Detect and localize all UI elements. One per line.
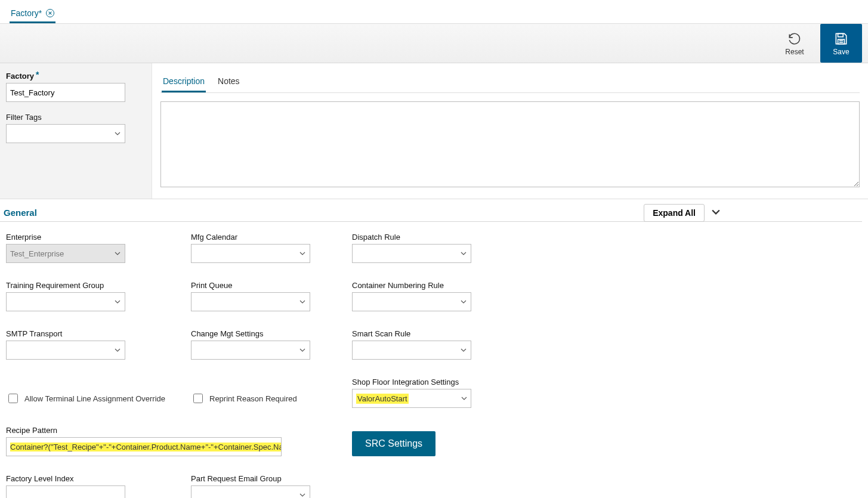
- enterprise-label: Enterprise: [6, 233, 191, 242]
- reprint-reason-label[interactable]: Reprint Reason Required: [209, 394, 297, 403]
- tab-description[interactable]: Description: [162, 72, 206, 92]
- top-section: Factory * Filter Tags Description Notes: [0, 63, 868, 199]
- undo-icon: [787, 31, 802, 47]
- tab-factory[interactable]: Factory*: [10, 2, 55, 23]
- general-grid: Enterprise Mfg Calendar Dispatch Rule Tr…: [0, 222, 868, 498]
- part-request-email-group-label: Part Request Email Group: [191, 474, 352, 483]
- recipe-pattern-value: Container?("Test_Recipe"+"-"+Container.P…: [10, 443, 282, 451]
- dispatch-rule-select[interactable]: [352, 244, 471, 263]
- reset-button[interactable]: Reset: [774, 24, 816, 63]
- left-pane: Factory * Filter Tags: [0, 63, 152, 199]
- container-numbering-rule-select[interactable]: [352, 292, 471, 311]
- shop-floor-integration-select[interactable]: ValorAutoStart: [352, 389, 471, 408]
- save-label: Save: [833, 48, 849, 56]
- document-tabbar: Factory*: [0, 0, 868, 24]
- factory-input[interactable]: [6, 83, 125, 102]
- mfg-calendar-select[interactable]: [191, 244, 310, 263]
- dispatch-rule-label: Dispatch Rule: [352, 233, 525, 242]
- filter-tags-select[interactable]: [6, 124, 125, 143]
- factory-level-index-label: Factory Level Index: [6, 474, 191, 483]
- smtp-transport-label: SMTP Transport: [6, 329, 191, 338]
- required-star-icon: *: [36, 70, 39, 79]
- change-mgt-settings-label: Change Mgt Settings: [191, 329, 352, 338]
- shop-floor-integration-label: Shop Floor Integration Settings: [352, 378, 525, 386]
- enterprise-select[interactable]: [6, 244, 125, 263]
- shop-floor-integration-value: ValorAutoStart: [356, 394, 409, 404]
- allow-terminal-checkbox[interactable]: [8, 394, 18, 403]
- smart-scan-rule-label: Smart Scan Rule: [352, 329, 525, 338]
- mfg-calendar-label: Mfg Calendar: [191, 233, 352, 242]
- section-title: General: [4, 208, 37, 218]
- close-icon[interactable]: [46, 9, 54, 17]
- smtp-transport-select[interactable]: [6, 341, 125, 360]
- tab-label: Factory*: [11, 8, 42, 18]
- save-button[interactable]: Save: [820, 24, 862, 63]
- toolbar: Reset Save: [0, 24, 868, 63]
- print-queue-label: Print Queue: [191, 281, 352, 290]
- svg-rect-2: [838, 33, 844, 36]
- inner-tabs: Description Notes: [160, 69, 860, 93]
- chevron-down-icon: [461, 395, 467, 401]
- training-req-group-select[interactable]: [6, 292, 125, 311]
- src-settings-button[interactable]: SRC Settings: [352, 431, 435, 456]
- allow-terminal-label[interactable]: Allow Terminal Line Assignment Override: [24, 394, 165, 403]
- part-request-email-group-select[interactable]: [191, 485, 310, 498]
- print-queue-select[interactable]: [191, 292, 310, 311]
- description-textarea[interactable]: [160, 101, 860, 187]
- filter-tags-label: Filter Tags: [6, 113, 146, 122]
- save-icon: [833, 31, 849, 47]
- reset-label: Reset: [785, 48, 804, 56]
- recipe-pattern-input[interactable]: Container?("Test_Recipe"+"-"+Container.P…: [6, 437, 282, 456]
- change-mgt-settings-select[interactable]: [191, 341, 310, 360]
- tab-notes[interactable]: Notes: [217, 72, 241, 92]
- recipe-pattern-label: Recipe Pattern: [6, 426, 352, 435]
- chevron-down-icon[interactable]: [709, 206, 722, 221]
- training-req-group-label: Training Requirement Group: [6, 281, 191, 290]
- container-numbering-rule-label: Container Numbering Rule: [352, 281, 525, 290]
- svg-rect-3: [838, 39, 845, 44]
- section-header-general: General Expand All: [0, 199, 862, 222]
- expand-all-button[interactable]: Expand All: [644, 204, 705, 222]
- factory-label: Factory *: [6, 72, 146, 81]
- reprint-reason-checkbox[interactable]: [193, 394, 203, 403]
- factory-level-index-input[interactable]: [6, 485, 125, 498]
- smart-scan-rule-select[interactable]: [352, 341, 471, 360]
- right-pane: Description Notes: [152, 63, 868, 199]
